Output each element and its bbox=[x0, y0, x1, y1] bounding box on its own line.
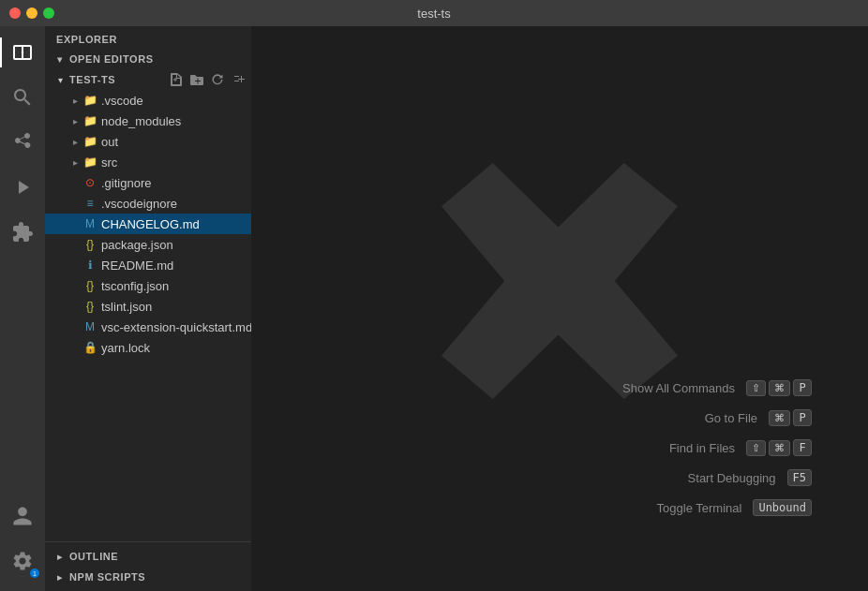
tree-item-vscodeignore[interactable]: ≡ .vscodeignore bbox=[45, 193, 251, 214]
extensions-activity-icon[interactable] bbox=[0, 210, 45, 255]
file-name: .vscodeignore bbox=[101, 197, 177, 211]
collapse-icon[interactable] bbox=[229, 70, 247, 89]
spacer bbox=[67, 319, 82, 334]
json-icon: {} bbox=[82, 237, 97, 252]
settings-badge: 1 bbox=[30, 569, 39, 578]
project-toolbar-icons bbox=[167, 70, 247, 89]
open-editors-toggle[interactable]: Open Editors bbox=[45, 49, 251, 69]
project-section: TEST-TS bbox=[45, 69, 251, 90]
open-editors-label: Open Editors bbox=[69, 53, 154, 65]
start-debug-keys: F5 bbox=[787, 469, 812, 486]
traffic-lights bbox=[9, 7, 54, 19]
key-p: P bbox=[793, 409, 812, 426]
folder-icon: 📁 bbox=[82, 155, 97, 170]
shortcut-find-files: Find in Files ⇧ ⌘ F bbox=[622, 439, 812, 456]
new-folder-icon[interactable] bbox=[187, 70, 206, 89]
md-icon: M bbox=[82, 319, 97, 334]
git-icon: ⊙ bbox=[82, 175, 97, 190]
tree-item-vscode[interactable]: ▸ 📁 .vscode bbox=[45, 90, 251, 111]
md-icon: M bbox=[82, 216, 97, 231]
key-cmd: ⌘ bbox=[769, 440, 790, 456]
folder-chevron: ▸ bbox=[67, 113, 82, 128]
folder-icon: 📁 bbox=[82, 134, 97, 149]
tree-item-vsc-quickstart[interactable]: M vsc-extension-quickstart.md bbox=[45, 317, 251, 337]
spacer bbox=[67, 299, 82, 314]
toggle-terminal-label: Toggle Terminal bbox=[657, 501, 742, 515]
vscode-logo bbox=[428, 150, 691, 412]
find-files-keys: ⇧ ⌘ F bbox=[746, 439, 812, 456]
accounts-activity-icon[interactable] bbox=[0, 494, 45, 539]
file-name: tsconfig.json bbox=[101, 279, 169, 293]
activity-bar-bottom: 1 bbox=[0, 494, 45, 591]
key-shift: ⇧ bbox=[746, 440, 766, 456]
file-name: out bbox=[101, 135, 118, 149]
file-name: package.json bbox=[101, 238, 173, 252]
file-name: node_modules bbox=[101, 114, 181, 128]
outline-chevron bbox=[52, 549, 67, 564]
outline-label: Outline bbox=[69, 551, 118, 562]
tree-item-gitignore[interactable]: ⊙ .gitignore bbox=[45, 172, 251, 193]
window-title: test-ts bbox=[417, 7, 450, 21]
lock-icon: 🔒 bbox=[82, 340, 97, 355]
key-p: P bbox=[793, 379, 812, 396]
npm-chevron bbox=[52, 569, 67, 584]
json-icon: {} bbox=[82, 278, 97, 293]
toggle-terminal-keys: Unbound bbox=[753, 499, 812, 516]
tree-item-package-json[interactable]: {} package.json bbox=[45, 234, 251, 255]
search-activity-icon[interactable] bbox=[0, 75, 45, 120]
settings-activity-icon[interactable]: 1 bbox=[0, 539, 45, 584]
shortcut-show-commands: Show All Commands ⇧ ⌘ P bbox=[622, 379, 812, 396]
project-toolbar: TEST-TS bbox=[45, 69, 251, 90]
file-name: tslint.json bbox=[101, 300, 152, 314]
maximize-button[interactable] bbox=[43, 7, 54, 19]
close-button[interactable] bbox=[9, 7, 21, 19]
run-activity-icon[interactable] bbox=[0, 165, 45, 210]
key-unbound: Unbound bbox=[753, 499, 812, 516]
tree-item-readme[interactable]: ℹ README.md bbox=[45, 255, 251, 275]
open-editors-section: Open Editors bbox=[45, 49, 251, 69]
spacer bbox=[67, 175, 82, 190]
minimize-button[interactable] bbox=[26, 7, 37, 19]
shortcuts-panel: Show All Commands ⇧ ⌘ P Go to File ⌘ P F… bbox=[622, 379, 812, 516]
sidebar-header: Explorer bbox=[45, 26, 251, 49]
npm-scripts-section[interactable]: NPM Scripts bbox=[45, 567, 251, 587]
tree-item-node-modules[interactable]: ▸ 📁 node_modules bbox=[45, 111, 251, 131]
shortcut-goto-file: Go to File ⌘ P bbox=[622, 409, 812, 426]
refresh-icon[interactable] bbox=[208, 70, 227, 89]
show-commands-label: Show All Commands bbox=[622, 381, 735, 395]
md-icon: ℹ bbox=[82, 258, 97, 273]
folder-icon: 📁 bbox=[82, 93, 97, 108]
activity-bar: 1 bbox=[0, 26, 45, 591]
sidebar-bottom: Outline NPM Scripts bbox=[45, 541, 251, 591]
npm-label: NPM Scripts bbox=[69, 571, 145, 583]
tree-item-changelog[interactable]: M CHANGELOG.md bbox=[45, 214, 251, 234]
spacer bbox=[67, 278, 82, 293]
explorer-activity-icon[interactable] bbox=[0, 30, 45, 75]
sidebar: Explorer Open Editors TEST-TS bbox=[45, 26, 251, 591]
start-debug-label: Start Debugging bbox=[688, 471, 776, 485]
file-name: .gitignore bbox=[101, 176, 151, 190]
folder-icon: 📁 bbox=[82, 113, 97, 128]
outline-section[interactable]: Outline bbox=[45, 546, 251, 567]
new-file-icon[interactable] bbox=[167, 70, 186, 89]
file-tree: ▸ 📁 .vscode ▸ 📁 node_modules ▸ 📁 out ▸ 📁… bbox=[45, 90, 251, 541]
file-name: README.md bbox=[101, 259, 173, 273]
tree-item-tslint[interactable]: {} tslint.json bbox=[45, 296, 251, 317]
file-name: yarn.lock bbox=[101, 341, 150, 355]
spacer bbox=[67, 216, 82, 231]
key-f5: F5 bbox=[787, 469, 812, 486]
show-commands-keys: ⇧ ⌘ P bbox=[746, 379, 812, 396]
source-control-activity-icon[interactable] bbox=[0, 120, 45, 165]
file-name: CHANGELOG.md bbox=[101, 217, 200, 231]
tree-item-tsconfig[interactable]: {} tsconfig.json bbox=[45, 275, 251, 296]
json-icon: {} bbox=[82, 299, 97, 314]
find-files-label: Find in Files bbox=[669, 441, 735, 455]
spacer bbox=[67, 258, 82, 273]
key-f: F bbox=[793, 439, 812, 456]
tree-item-src[interactable]: ▸ 📁 src bbox=[45, 152, 251, 172]
tree-item-yarn-lock[interactable]: 🔒 yarn.lock bbox=[45, 337, 251, 358]
project-name: TEST-TS bbox=[69, 74, 167, 85]
main-content: Show All Commands ⇧ ⌘ P Go to File ⌘ P F… bbox=[251, 26, 868, 591]
tree-item-out[interactable]: ▸ 📁 out bbox=[45, 131, 251, 152]
file-name: .vscode bbox=[101, 94, 143, 108]
